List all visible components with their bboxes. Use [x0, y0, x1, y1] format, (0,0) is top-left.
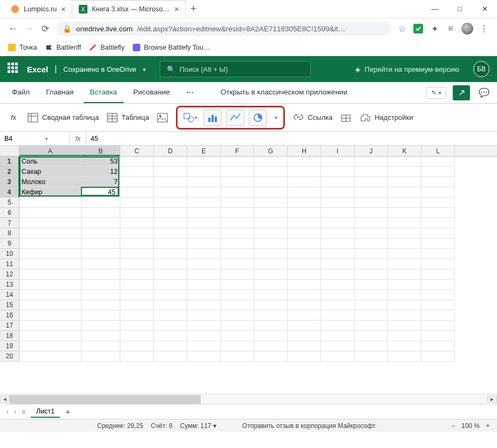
- function-button[interactable]: fx: [8, 112, 19, 123]
- cell[interactable]: [288, 280, 321, 290]
- cell[interactable]: [120, 290, 154, 300]
- cell[interactable]: [221, 208, 254, 218]
- cell[interactable]: [321, 198, 355, 208]
- cell[interactable]: [221, 331, 254, 341]
- formula-input[interactable]: 45: [86, 132, 497, 145]
- cell[interactable]: [388, 167, 421, 177]
- cell[interactable]: [421, 177, 455, 187]
- cell[interactable]: [388, 249, 421, 259]
- cell[interactable]: 12: [81, 167, 120, 177]
- comments-button[interactable]: 💬: [476, 85, 492, 100]
- cell[interactable]: [421, 259, 455, 269]
- cell[interactable]: [254, 177, 288, 187]
- cell[interactable]: [254, 239, 288, 249]
- cell[interactable]: [154, 259, 187, 269]
- cell[interactable]: [254, 167, 288, 177]
- close-window-button[interactable]: ✕: [472, 0, 497, 18]
- cell[interactable]: [254, 331, 288, 341]
- cell[interactable]: Соль: [19, 157, 81, 167]
- cell[interactable]: [81, 290, 120, 300]
- cell[interactable]: [221, 280, 254, 290]
- cell[interactable]: [254, 198, 288, 208]
- zoom-in-button[interactable]: +: [484, 422, 492, 430]
- cell[interactable]: [187, 208, 221, 218]
- cell[interactable]: [321, 290, 355, 300]
- cell[interactable]: [321, 341, 355, 351]
- line-chart-button[interactable]: [226, 110, 244, 126]
- cell[interactable]: [288, 157, 321, 167]
- cell[interactable]: [421, 239, 455, 249]
- cell[interactable]: [288, 187, 321, 198]
- user-avatar[interactable]: БВ: [473, 61, 489, 77]
- row-header[interactable]: 1: [0, 157, 19, 167]
- cell[interactable]: [221, 198, 254, 208]
- cell[interactable]: [187, 280, 221, 290]
- cell[interactable]: [81, 228, 120, 239]
- cell[interactable]: [221, 310, 254, 321]
- cell[interactable]: [81, 239, 120, 249]
- cell[interactable]: [321, 208, 355, 218]
- cell[interactable]: [355, 208, 388, 218]
- ribbon-tab-insert[interactable]: Вставка: [84, 82, 124, 103]
- cell[interactable]: [421, 331, 455, 341]
- cell[interactable]: [288, 300, 321, 310]
- cell[interactable]: [421, 269, 455, 280]
- cell[interactable]: [221, 351, 254, 362]
- cell[interactable]: [421, 187, 455, 198]
- row-header[interactable]: 7: [0, 218, 19, 228]
- cell[interactable]: [120, 198, 154, 208]
- cell[interactable]: [254, 249, 288, 259]
- cell[interactable]: [254, 341, 288, 351]
- row-header[interactable]: 4: [0, 187, 19, 198]
- cell[interactable]: [120, 218, 154, 228]
- cell[interactable]: [254, 218, 288, 228]
- cell[interactable]: [288, 167, 321, 177]
- scroll-thumb[interactable]: [10, 395, 201, 404]
- browser-tab-active[interactable]: X Книга 3.xlsx — Microsoft Excel O ×: [72, 0, 186, 18]
- cell[interactable]: [321, 310, 355, 321]
- cell[interactable]: [355, 280, 388, 290]
- cell[interactable]: [388, 351, 421, 362]
- cell[interactable]: [221, 259, 254, 269]
- cell[interactable]: [321, 187, 355, 198]
- ribbon-tab-home[interactable]: Главная: [39, 82, 80, 103]
- bookmark-item[interactable]: Точка: [8, 43, 37, 52]
- cell[interactable]: [19, 259, 81, 269]
- cell[interactable]: [355, 259, 388, 269]
- cell[interactable]: [221, 249, 254, 259]
- cell[interactable]: [321, 269, 355, 280]
- minimize-button[interactable]: ―: [423, 0, 447, 18]
- cell[interactable]: [154, 177, 187, 187]
- cell[interactable]: [288, 177, 321, 187]
- cell[interactable]: [19, 218, 81, 228]
- column-chart-button[interactable]: [203, 110, 222, 126]
- star-icon[interactable]: ☆: [397, 23, 407, 34]
- cell[interactable]: [388, 228, 421, 239]
- chevron-down-icon[interactable]: ▾: [143, 66, 146, 72]
- ribbon-overflow[interactable]: ⋯: [180, 82, 200, 103]
- scroll-track[interactable]: [10, 395, 487, 404]
- cell[interactable]: [19, 249, 81, 259]
- cell[interactable]: [355, 228, 388, 239]
- cell[interactable]: Сахар: [19, 167, 81, 177]
- cell[interactable]: [388, 259, 421, 269]
- bookmark-item[interactable]: Battlefly: [88, 43, 124, 52]
- col-header[interactable]: F: [221, 146, 254, 156]
- fx-label[interactable]: fx: [70, 132, 86, 145]
- cell[interactable]: [221, 341, 254, 351]
- col-header[interactable]: L: [421, 146, 455, 156]
- cell[interactable]: [421, 167, 455, 177]
- cell[interactable]: [120, 259, 154, 269]
- cell[interactable]: [187, 157, 221, 167]
- col-header[interactable]: B: [81, 146, 120, 156]
- sheet-prev-icon[interactable]: ‹: [6, 408, 9, 416]
- cell[interactable]: [321, 351, 355, 362]
- feedback-link[interactable]: Отправить отзыв в корпорация Майкрософт: [242, 422, 376, 430]
- row-header[interactable]: 20: [0, 351, 19, 362]
- col-header[interactable]: G: [254, 146, 288, 156]
- cell[interactable]: [421, 310, 455, 321]
- cell[interactable]: [81, 300, 120, 310]
- cell[interactable]: [154, 249, 187, 259]
- cell[interactable]: [154, 239, 187, 249]
- cell[interactable]: [120, 269, 154, 280]
